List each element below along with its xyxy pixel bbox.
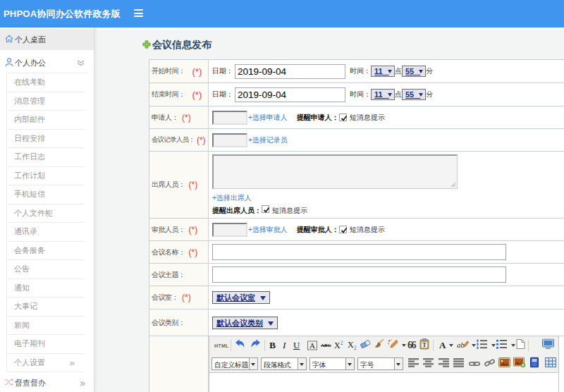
svg-text:ab: ab <box>457 341 465 349</box>
svg-text:T: T <box>422 342 427 348</box>
